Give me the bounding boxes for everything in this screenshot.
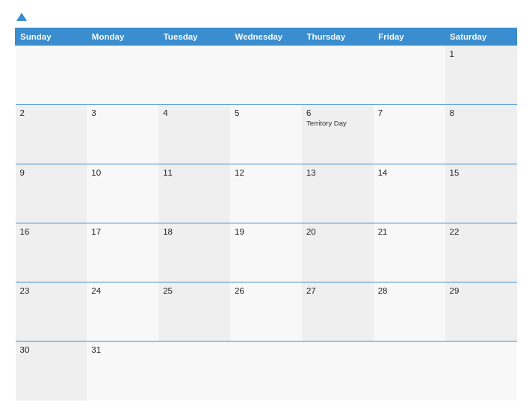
day-number: 8 — [450, 108, 513, 117]
calendar-cell: 21 — [374, 223, 445, 282]
day-number: 21 — [378, 227, 441, 236]
calendar-page: SundayMondayTuesdayWednesdayThursdayFrid… — [0, 0, 532, 411]
calendar-cell: 27 — [302, 282, 374, 342]
weekday-header-friday: Friday — [374, 28, 445, 46]
logo — [15, 13, 27, 22]
day-number: 11 — [163, 168, 226, 177]
day-number: 28 — [378, 286, 441, 295]
calendar-cell: 17 — [87, 223, 158, 282]
calendar-cell — [158, 342, 230, 401]
calendar-cell: 25 — [158, 282, 230, 342]
day-number: 15 — [450, 168, 513, 177]
day-number: 3 — [91, 108, 154, 117]
week-row-6: 3031 — [16, 342, 517, 401]
calendar-cell — [230, 46, 302, 105]
day-number: 17 — [91, 227, 154, 236]
week-row-3: 9101112131415 — [16, 164, 517, 223]
calendar-cell: 8 — [445, 105, 517, 164]
day-number: 13 — [306, 168, 369, 177]
calendar-cell — [87, 46, 158, 105]
calendar-cell: 13 — [302, 164, 374, 223]
weekday-header-sunday: Sunday — [16, 28, 87, 46]
day-number: 5 — [235, 108, 297, 117]
day-number: 22 — [450, 227, 513, 236]
calendar-cell: 5 — [230, 105, 302, 164]
calendar-cell: 12 — [230, 164, 302, 223]
day-number: 18 — [163, 227, 226, 236]
day-number: 16 — [20, 227, 83, 236]
calendar-cell: 19 — [230, 223, 302, 282]
calendar-cell: 10 — [87, 164, 158, 223]
day-number: 30 — [20, 345, 83, 354]
calendar-cell: 7 — [374, 105, 445, 164]
calendar-cell: 2 — [16, 105, 87, 164]
calendar-cell: 9 — [16, 164, 87, 223]
day-number: 4 — [163, 108, 226, 117]
calendar-cell: 26 — [230, 282, 302, 342]
week-row-4: 16171819202122 — [16, 223, 517, 282]
calendar-cell: 31 — [87, 342, 158, 401]
calendar-cell — [374, 46, 445, 105]
calendar-cell: 11 — [158, 164, 230, 223]
calendar-cell — [374, 342, 445, 401]
calendar-cell: 6Territory Day — [302, 105, 374, 164]
week-row-5: 23242526272829 — [16, 282, 517, 342]
day-number: 27 — [306, 286, 369, 295]
calendar-cell — [230, 342, 302, 401]
calendar-cell: 3 — [87, 105, 158, 164]
weekday-header-monday: Monday — [87, 28, 158, 46]
day-number: 12 — [235, 168, 297, 177]
weekday-header-row: SundayMondayTuesdayWednesdayThursdayFrid… — [16, 28, 517, 46]
day-number: 29 — [450, 286, 513, 295]
day-number: 14 — [378, 168, 441, 177]
day-number: 20 — [306, 227, 369, 236]
day-number: 23 — [20, 286, 83, 295]
event-label: Territory Day — [306, 119, 369, 127]
calendar-cell: 16 — [16, 223, 87, 282]
week-row-2: 23456Territory Day78 — [16, 105, 517, 164]
calendar-cell — [302, 46, 374, 105]
day-number: 25 — [163, 286, 226, 295]
calendar-cell: 15 — [445, 164, 517, 223]
calendar-cell: 1 — [445, 46, 517, 105]
day-number: 26 — [235, 286, 297, 295]
calendar-cell: 29 — [445, 282, 517, 342]
day-number: 6 — [306, 108, 369, 117]
calendar-cell: 18 — [158, 223, 230, 282]
day-number: 10 — [91, 168, 154, 177]
calendar-cell: 24 — [87, 282, 158, 342]
calendar-cell: 20 — [302, 223, 374, 282]
calendar-header — [15, 13, 517, 22]
calendar-cell — [16, 46, 87, 105]
calendar-cell: 28 — [374, 282, 445, 342]
weekday-header-tuesday: Tuesday — [158, 28, 230, 46]
weekday-header-wednesday: Wednesday — [230, 28, 302, 46]
calendar-cell — [158, 46, 230, 105]
logo-triangle-icon — [16, 13, 27, 21]
calendar-cell — [445, 342, 517, 401]
weekday-header-saturday: Saturday — [445, 28, 517, 46]
day-number: 31 — [91, 345, 154, 354]
calendar-cell: 30 — [16, 342, 87, 401]
calendar-table: SundayMondayTuesdayWednesdayThursdayFrid… — [15, 28, 517, 401]
day-number: 1 — [450, 49, 513, 58]
day-number: 19 — [235, 227, 297, 236]
calendar-cell — [302, 342, 374, 401]
calendar-cell: 22 — [445, 223, 517, 282]
calendar-cell: 4 — [158, 105, 230, 164]
calendar-cell: 14 — [374, 164, 445, 223]
calendar-cell: 23 — [16, 282, 87, 342]
weekday-header-thursday: Thursday — [302, 28, 374, 46]
day-number: 2 — [20, 108, 83, 117]
day-number: 9 — [20, 168, 83, 177]
week-row-1: 1 — [16, 46, 517, 105]
day-number: 7 — [378, 108, 441, 117]
day-number: 24 — [91, 286, 154, 295]
